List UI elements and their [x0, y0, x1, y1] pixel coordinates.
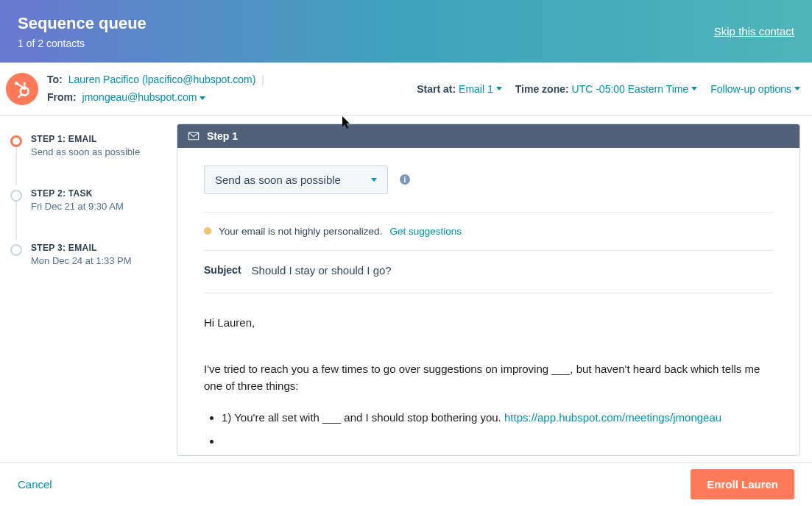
to-divider: |: [261, 74, 264, 85]
timezone-label: Time zone:: [515, 83, 569, 95]
hubspot-avatar-icon: [6, 73, 38, 105]
send-timing-select[interactable]: Send as soon as possible: [204, 165, 388, 194]
info-icon[interactable]: i: [400, 174, 410, 185]
timeline-step-2[interactable]: STEP 2: TASK Fri Dec 21 at 9:30 AM: [10, 188, 166, 238]
step-card-header: Step 1: [177, 124, 799, 148]
chevron-down-icon: [794, 87, 800, 90]
to-contact-link[interactable]: Lauren Pacifico (lpacifico@hubspot.com): [68, 74, 256, 85]
subject-label: Subject: [204, 264, 241, 276]
to-line: To: Lauren Pacifico (lpacifico@hubspot.c…: [47, 71, 267, 89]
contact-meta: To: Lauren Pacifico (lpacifico@hubspot.c…: [47, 71, 267, 107]
personalization-message: Your email is not highly personalized.: [219, 226, 382, 237]
warning-dot-icon: [204, 227, 211, 235]
timeline-step-text: STEP 1: EMAIL Send as soon as possible: [31, 134, 140, 157]
followup-label: Follow-up options: [710, 83, 791, 95]
list-item-text: 1) You're all set with ___ and I should …: [222, 411, 504, 424]
page-title: Sequence queue: [18, 14, 146, 33]
from-label: From:: [47, 91, 77, 103]
cancel-button[interactable]: Cancel: [18, 478, 52, 491]
timeline-step-text: STEP 2: TASK Fri Dec 21 at 9:30 AM: [31, 188, 124, 212]
contact-info: To: Lauren Pacifico (lpacifico@hubspot.c…: [6, 71, 267, 107]
settings-bar: To: Lauren Pacifico (lpacifico@hubspot.c…: [0, 63, 812, 116]
followup-options-dropdown[interactable]: Follow-up options: [710, 83, 800, 95]
start-at-value: Email 1: [459, 83, 493, 95]
email-greeting: Hi Lauren,: [204, 314, 773, 331]
editor-column: Step 1 Send as soon as possible i Your e…: [177, 116, 812, 469]
from-value: jmongeau@hubspot.com: [82, 91, 197, 103]
timeline-dot-icon: [10, 244, 22, 256]
timeline-connector: [15, 147, 17, 185]
divider: [204, 250, 773, 251]
timezone-value: UTC -05:00 Eastern Time: [572, 83, 689, 95]
skip-contact-link[interactable]: Skip this contact: [714, 25, 794, 38]
send-timing-value: Send as soon as possible: [215, 174, 341, 186]
email-icon: [188, 130, 200, 142]
step-card-title: Step 1: [207, 130, 238, 142]
workspace: STEP 1: EMAIL Send as soon as possible S…: [0, 116, 812, 469]
start-at-label: Start at:: [417, 83, 456, 95]
list-item: [222, 432, 773, 449]
step-title: STEP 3: EMAIL: [31, 243, 132, 253]
divider: [204, 212, 773, 213]
timezone-dropdown[interactable]: UTC -05:00 Eastern Time: [572, 83, 698, 95]
personalization-warning: Your email is not highly personalized. G…: [204, 226, 773, 237]
step-subtitle: Mon Dec 24 at 1:33 PM: [31, 255, 132, 266]
timeline-sidebar: STEP 1: EMAIL Send as soon as possible S…: [0, 116, 177, 469]
svg-point-4: [18, 96, 20, 98]
send-timing-row: Send as soon as possible i: [204, 165, 773, 194]
meeting-link[interactable]: https://app.hubspot.com/meetings/jmongea…: [504, 411, 721, 424]
sequence-queue-banner: Sequence queue 1 of 2 contacts Skip this…: [0, 0, 812, 63]
step-editor-card: Step 1 Send as soon as possible i Your e…: [177, 124, 800, 456]
subject-input[interactable]: Should I stay or should I go?: [252, 264, 392, 277]
chevron-down-icon: [371, 178, 377, 182]
email-list: 1) You're all set with ___ and I should …: [204, 409, 773, 449]
banner-left: Sequence queue 1 of 2 contacts: [18, 14, 146, 49]
list-item: 1) You're all set with ___ and I should …: [222, 409, 773, 426]
subject-row: Subject Should I stay or should I go?: [204, 264, 773, 277]
start-at-group: Start at: Email 1: [417, 83, 501, 95]
footer-bar: Cancel Enroll Lauren: [0, 462, 812, 506]
step-title: STEP 2: TASK: [31, 188, 124, 199]
timeline-step-text: STEP 3: EMAIL Mon Dec 24 at 1:33 PM: [31, 243, 132, 266]
step-title: STEP 1: EMAIL: [31, 134, 140, 144]
email-paragraph: I've tried to reach you a few times to g…: [204, 360, 773, 395]
to-label: To:: [47, 74, 63, 85]
chevron-down-icon: [691, 87, 697, 90]
from-dropdown[interactable]: jmongeau@hubspot.com: [82, 91, 206, 103]
timeline-step-1[interactable]: STEP 1: EMAIL Send as soon as possible: [10, 134, 166, 184]
contact-count: 1 of 2 contacts: [18, 38, 146, 49]
timeline-connector: [15, 202, 17, 240]
get-suggestions-link[interactable]: Get suggestions: [389, 226, 462, 237]
timeline-dot-icon: [10, 135, 22, 147]
timeline-dot-icon: [10, 190, 22, 202]
timezone-group: Time zone: UTC -05:00 Eastern Time: [515, 83, 698, 95]
chevron-down-icon: [200, 96, 205, 100]
svg-point-2: [24, 82, 26, 85]
email-body-editor[interactable]: Hi Lauren, I've tried to reach you a few…: [204, 314, 773, 449]
start-at-dropdown[interactable]: Email 1: [459, 83, 502, 95]
chevron-down-icon: [496, 87, 502, 90]
step-card-body: Send as soon as possible i Your email is…: [177, 148, 799, 449]
step-subtitle: Fri Dec 21 at 9:30 AM: [31, 201, 124, 212]
schedule-settings: Start at: Email 1 Time zone: UTC -05:00 …: [417, 83, 800, 95]
enroll-button[interactable]: Enroll Lauren: [691, 469, 794, 499]
divider: [204, 293, 773, 293]
timeline-step-3[interactable]: STEP 3: EMAIL Mon Dec 24 at 1:33 PM: [10, 243, 166, 293]
step-subtitle: Send as soon as possible: [31, 146, 140, 157]
from-line: From: jmongeau@hubspot.com: [47, 89, 267, 107]
